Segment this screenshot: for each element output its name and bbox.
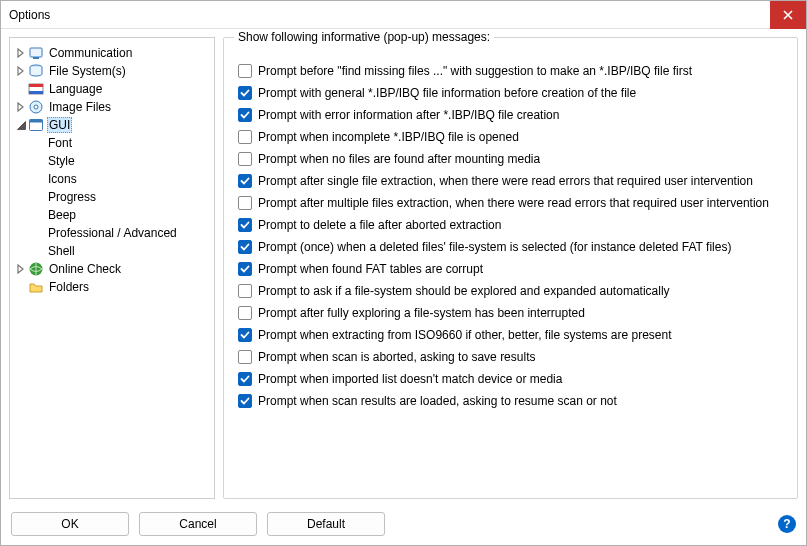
checkmark-icon — [240, 264, 250, 274]
messages-groupbox: Show following informative (pop-up) mess… — [223, 37, 798, 499]
tree-item-online-check[interactable]: Online Check — [12, 260, 212, 278]
tree-item-label: Folders — [47, 280, 91, 294]
check-label: Prompt after single file extraction, whe… — [258, 174, 753, 188]
svg-point-7 — [34, 105, 38, 109]
check-row: Prompt when imported list doesn't match … — [238, 370, 787, 388]
tree-item-label: Professional / Advanced — [46, 226, 179, 240]
tree-item-label: Image Files — [47, 100, 113, 114]
checkbox[interactable] — [238, 86, 252, 100]
check-row: Prompt before "find missing files ..." w… — [238, 62, 787, 80]
checkmark-icon — [240, 110, 250, 120]
tree-item-label: Beep — [46, 208, 78, 222]
titlebar: Options — [1, 1, 806, 29]
checkbox[interactable] — [238, 218, 252, 232]
checkbox[interactable] — [238, 240, 252, 254]
check-label: Prompt after fully exploring a file-syst… — [258, 306, 585, 320]
fs-icon — [28, 63, 44, 79]
checkbox[interactable] — [238, 394, 252, 408]
check-label: Prompt before "find missing files ..." w… — [258, 64, 692, 78]
check-row: Prompt when found FAT tables are corrupt — [238, 260, 787, 278]
check-label: Prompt after multiple files extraction, … — [258, 196, 769, 210]
chevron-down-icon[interactable] — [14, 118, 28, 132]
checkbox[interactable] — [238, 350, 252, 364]
check-label: Prompt when found FAT tables are corrupt — [258, 262, 483, 276]
tree-item-gui[interactable]: GUI — [12, 116, 212, 134]
checkbox[interactable] — [238, 174, 252, 188]
chevron-right-icon[interactable] — [14, 100, 28, 114]
checkmark-icon — [240, 176, 250, 186]
checkbox[interactable] — [238, 64, 252, 78]
check-row: Prompt when scan results are loaded, ask… — [238, 392, 787, 410]
checkbox[interactable] — [238, 306, 252, 320]
tree-item-language[interactable]: Language — [12, 80, 212, 98]
folders-icon — [28, 279, 44, 295]
checkmark-icon — [240, 330, 250, 340]
tree-item-label: Language — [47, 82, 104, 96]
tree-item-label: Icons — [46, 172, 79, 186]
tree-item-communication[interactable]: Communication — [12, 44, 212, 62]
tree-item-label: Font — [46, 136, 74, 150]
close-icon — [783, 10, 793, 20]
chevron-right-icon[interactable] — [14, 46, 28, 60]
checkbox[interactable] — [238, 196, 252, 210]
svg-rect-0 — [30, 48, 42, 57]
check-row: Prompt after single file extraction, whe… — [238, 172, 787, 190]
checkbox[interactable] — [238, 152, 252, 166]
check-label: Prompt when imported list doesn't match … — [258, 372, 562, 386]
check-row: Prompt (once) when a deleted files' file… — [238, 238, 787, 256]
check-label: Prompt when scan is aborted, asking to s… — [258, 350, 535, 364]
imgfiles-icon — [28, 99, 44, 115]
comm-icon — [28, 45, 44, 61]
check-label: Prompt to ask if a file-system should be… — [258, 284, 670, 298]
tree-item-font[interactable]: Font — [30, 134, 212, 152]
tree-item-image-files[interactable]: Image Files — [12, 98, 212, 116]
check-row: Prompt with error information after *.IB… — [238, 106, 787, 124]
lang-icon — [28, 81, 44, 97]
tree-item-file-system-s-[interactable]: File System(s) — [12, 62, 212, 80]
tree-item-label: File System(s) — [47, 64, 128, 78]
checkbox[interactable] — [238, 108, 252, 122]
checkmark-icon — [240, 374, 250, 384]
checkbox[interactable] — [238, 130, 252, 144]
help-icon[interactable]: ? — [778, 515, 796, 533]
default-button[interactable]: Default — [267, 512, 385, 536]
check-label: Prompt with error information after *.IB… — [258, 108, 559, 122]
tree-item-style[interactable]: Style — [30, 152, 212, 170]
check-label: Prompt when incomplete *.IBP/IBQ file is… — [258, 130, 519, 144]
cancel-button[interactable]: Cancel — [139, 512, 257, 536]
checkbox[interactable] — [238, 284, 252, 298]
tree-item-shell[interactable]: Shell — [30, 242, 212, 260]
tree-item-icons[interactable]: Icons — [30, 170, 212, 188]
checkmark-icon — [240, 88, 250, 98]
tree-item-label: Communication — [47, 46, 134, 60]
checkmark-icon — [240, 220, 250, 230]
tree-item-professional-advanced[interactable]: Professional / Advanced — [30, 224, 212, 242]
checkbox[interactable] — [238, 328, 252, 342]
check-row: Prompt when no files are found after mou… — [238, 150, 787, 168]
svg-rect-4 — [29, 84, 43, 87]
checkbox[interactable] — [238, 262, 252, 276]
check-label: Prompt when scan results are loaded, ask… — [258, 394, 617, 408]
svg-rect-9 — [30, 120, 43, 123]
ok-button[interactable]: OK — [11, 512, 129, 536]
close-button[interactable] — [770, 1, 806, 29]
tree-item-label: Progress — [46, 190, 98, 204]
check-row: Prompt when scan is aborted, asking to s… — [238, 348, 787, 366]
tree-item-beep[interactable]: Beep — [30, 206, 212, 224]
checkmark-icon — [240, 396, 250, 406]
check-label: Prompt with general *.IBP/IBQ file infor… — [258, 86, 636, 100]
tree-item-label: GUI — [47, 117, 72, 133]
button-bar: OK Cancel Default ? — [1, 503, 806, 545]
gui-icon — [28, 117, 44, 133]
chevron-right-icon[interactable] — [14, 262, 28, 276]
nav-tree[interactable]: CommunicationFile System(s)LanguageImage… — [9, 37, 215, 499]
checkbox[interactable] — [238, 372, 252, 386]
tree-item-progress[interactable]: Progress — [30, 188, 212, 206]
tree-item-folders[interactable]: Folders — [12, 278, 212, 296]
chevron-right-icon[interactable] — [14, 64, 28, 78]
check-label: Prompt when no files are found after mou… — [258, 152, 540, 166]
window-title: Options — [9, 8, 50, 22]
check-row: Prompt to delete a file after aborted ex… — [238, 216, 787, 234]
svg-rect-1 — [33, 57, 39, 59]
check-row: Prompt when extracting from ISO9660 if o… — [238, 326, 787, 344]
